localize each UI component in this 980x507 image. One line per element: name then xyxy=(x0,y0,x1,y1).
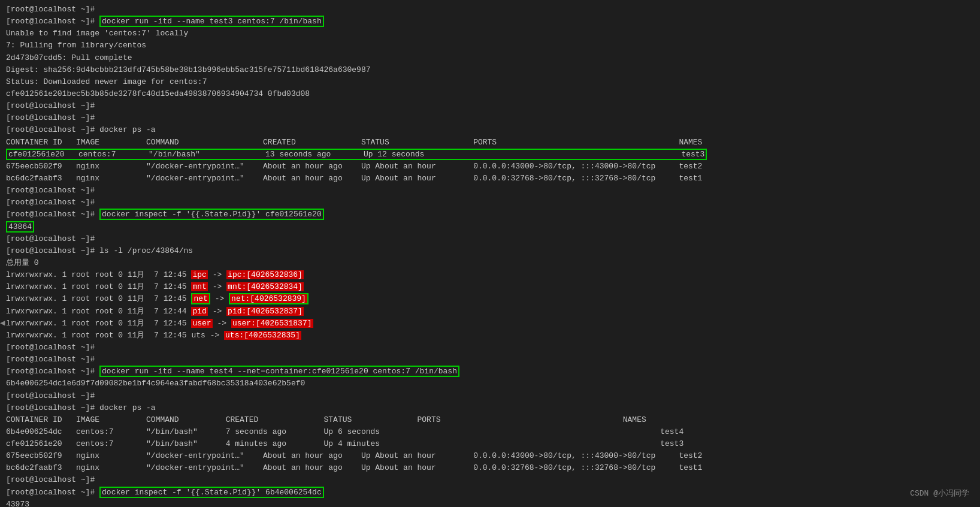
terminal: ◀ [root@localhost ~]# [root@localhost ~]… xyxy=(0,0,980,507)
line-10: [root@localhost ~]# xyxy=(6,112,974,124)
line-31: [root@localhost ~]# docker run -itd --na… xyxy=(6,366,974,378)
net-label-1: net xyxy=(191,293,210,304)
line-12-header: CONTAINER ID IMAGE COMMAND CREATED STATU… xyxy=(6,137,974,149)
scroll-indicator: ◀ xyxy=(0,318,5,328)
line-34: [root@localhost ~]# docker ps -a xyxy=(6,402,974,414)
line-13-row-test3: cfe012561e20 centos:7 "/bin/bash" 13 sec… xyxy=(6,149,974,161)
ipc-label: ipc xyxy=(191,270,207,279)
line-20: [root@localhost ~]# xyxy=(6,233,974,245)
line-41: [root@localhost ~]# docker inspect -f '{… xyxy=(6,487,974,499)
pid-43864: 43864 xyxy=(6,221,34,233)
line-14: 675eecb502f9 nginx "/docker-entrypoint…"… xyxy=(6,161,974,173)
user-label-1: user xyxy=(191,319,212,328)
line-24-mnt: lrwxrwxrwx. 1 root root 0 11月 7 12:45 mn… xyxy=(6,281,974,293)
line-15: bc6dc2faabf3 nginx "/docker-entrypoint…"… xyxy=(6,173,974,185)
uts-value-1: uts:[4026532835] xyxy=(224,331,301,340)
net-value-1: net:[4026532839] xyxy=(229,293,308,304)
line-28-uts: lrwxrwxrwx. 1 root root 0 11月 7 12:45 ut… xyxy=(6,330,974,342)
cmd-docker-run-test3: docker run -itd --name test3 centos:7 /b… xyxy=(99,16,324,27)
line-35-header: CONTAINER ID IMAGE COMMAND CREATED STATU… xyxy=(6,414,974,426)
line-30: [root@localhost ~]# xyxy=(6,354,974,366)
line-4: 7: Pulling from library/centos xyxy=(6,40,974,52)
line-36-test4: 6b4e006254dc centos:7 "/bin/bash" 7 seco… xyxy=(6,426,974,438)
line-26-pid: lrwxrwxrwx. 1 root root 0 11月 7 12:44 pi… xyxy=(6,306,974,318)
cmd-docker-inspect-test4: docker inspect -f '{{.State.Pid}}' 6b4e0… xyxy=(99,487,324,498)
line-40: [root@localhost ~]# xyxy=(6,474,974,486)
container-row-test3: cfe012561e20 centos:7 "/bin/bash" 13 sec… xyxy=(6,149,707,160)
pid-value: pid:[4026532837] xyxy=(226,307,304,316)
pid-label: pid xyxy=(191,307,207,316)
line-3: Unable to find image 'centos:7' locally xyxy=(6,28,974,40)
line-11: [root@localhost ~]# docker ps -a xyxy=(6,124,974,136)
line-22: 总用量 0 xyxy=(6,257,974,269)
line-7: Status: Downloaded newer image for cento… xyxy=(6,76,974,88)
line-2: [root@localhost ~]# docker run -itd --na… xyxy=(6,16,974,28)
line-37-test3: cfe012561e20 centos:7 "/bin/bash" 4 minu… xyxy=(6,438,974,450)
line-23-ipc: lrwxrwxrwx. 1 root root 0 11月 7 12:45 ip… xyxy=(6,269,974,281)
line-33: [root@localhost ~]# xyxy=(6,390,974,402)
line-16: [root@localhost ~]# xyxy=(6,185,974,197)
line-1: [root@localhost ~]# xyxy=(6,4,974,16)
line-42: 43973 xyxy=(6,499,974,507)
line-9: [root@localhost ~]# xyxy=(6,100,974,112)
line-17: [root@localhost ~]# xyxy=(6,197,974,209)
line-6: Digest: sha256:9d4bcbbb213dfd745b58be38b… xyxy=(6,64,974,76)
line-29: [root@localhost ~]# xyxy=(6,342,974,354)
line-8: cfe012561e201bec5b3b85de3278fc40d15eda49… xyxy=(6,88,974,100)
mnt-label: mnt xyxy=(191,282,207,291)
line-27-user: lrwxrwxrwx. 1 root root 0 11月 7 12:45 us… xyxy=(6,318,974,330)
line-39-test1: bc6dc2faabf3 nginx "/docker-entrypoint…"… xyxy=(6,462,974,474)
line-38-test2: 675eecb502f9 nginx "/docker-entrypoint…"… xyxy=(6,450,974,462)
cmd-docker-run-test4: docker run -itd --name test4 --net=conta… xyxy=(99,366,459,377)
ipc-value: ipc:[4026532836] xyxy=(226,270,304,279)
line-18: [root@localhost ~]# docker inspect -f '{… xyxy=(6,209,974,221)
user-value-1: user:[4026531837] xyxy=(231,319,313,328)
line-25-net: lrwxrwxrwx. 1 root root 0 11月 7 12:45 ne… xyxy=(6,293,974,305)
line-32: 6b4e006254dc1e6d9f7d09082be1bf4c964ea3fa… xyxy=(6,378,974,390)
line-5: 2d473b07cdd5: Pull complete xyxy=(6,52,974,64)
line-19: 43864 xyxy=(6,221,974,233)
line-21: [root@localhost ~]# ls -l /proc/43864/ns xyxy=(6,245,974,257)
cmd-docker-inspect-test3: docker inspect -f '{{.State.Pid}}' cfe01… xyxy=(99,209,324,220)
watermark: CSDN @小冯同学 xyxy=(910,488,969,499)
mnt-value: mnt:[4026532834] xyxy=(226,282,304,291)
